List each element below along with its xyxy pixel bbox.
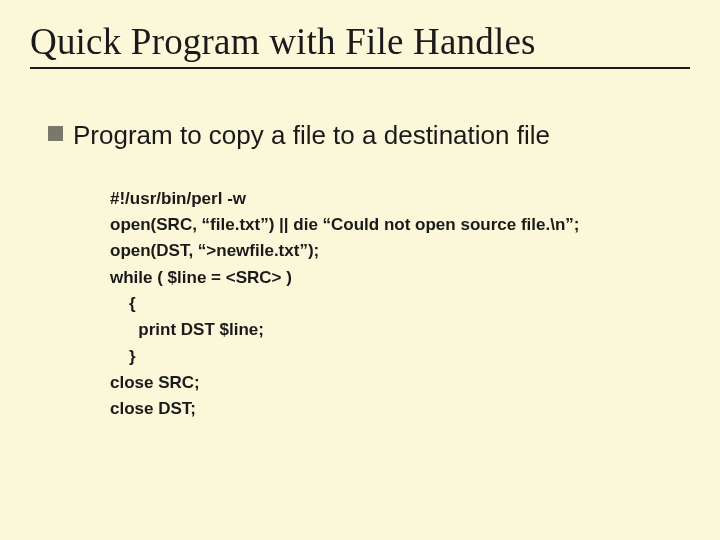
bullet-text: Program to copy a file to a destination … <box>73 119 550 152</box>
slide-title: Quick Program with File Handles <box>30 20 680 63</box>
code-line: print DST $line; <box>110 320 264 339</box>
code-line: close DST; <box>110 399 196 418</box>
title-underline <box>30 67 690 69</box>
code-line: open(SRC, “file.txt”) || die “Could not … <box>110 215 579 234</box>
square-bullet-icon <box>48 126 63 141</box>
code-line: #!/usr/bin/perl -w <box>110 189 246 208</box>
code-line: while ( $line = <SRC> ) <box>110 268 292 287</box>
slide: Quick Program with File Handles Program … <box>0 0 720 540</box>
code-line: close SRC; <box>110 373 200 392</box>
bullet-item: Program to copy a file to a destination … <box>40 119 680 152</box>
code-line: { <box>110 294 136 313</box>
code-line: open(DST, “>newfile.txt”); <box>110 241 319 260</box>
code-line: } <box>110 347 136 366</box>
code-block: #!/usr/bin/perl -w open(SRC, “file.txt”)… <box>110 186 680 423</box>
